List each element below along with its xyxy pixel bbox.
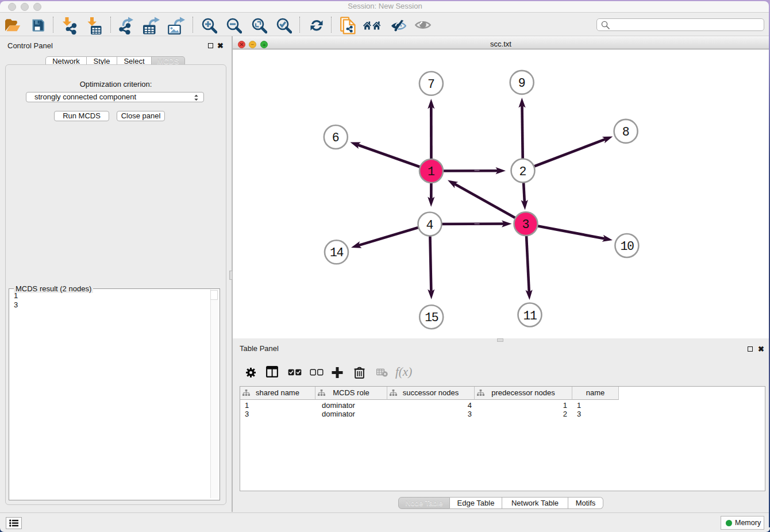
svg-text:4: 4 [426, 218, 434, 232]
svg-text:15: 15 [425, 311, 438, 325]
svg-text:7: 7 [428, 78, 435, 91]
svg-text:9: 9 [518, 76, 526, 90]
svg-text:10: 10 [620, 240, 633, 253]
svg-text:11: 11 [523, 309, 537, 323]
svg-text:2: 2 [519, 165, 527, 179]
svg-text:8: 8 [622, 125, 630, 139]
svg-text:1: 1 [428, 165, 435, 179]
svg-text:3: 3 [522, 218, 530, 232]
svg-text:14: 14 [330, 246, 343, 260]
svg-text:6: 6 [332, 131, 340, 145]
